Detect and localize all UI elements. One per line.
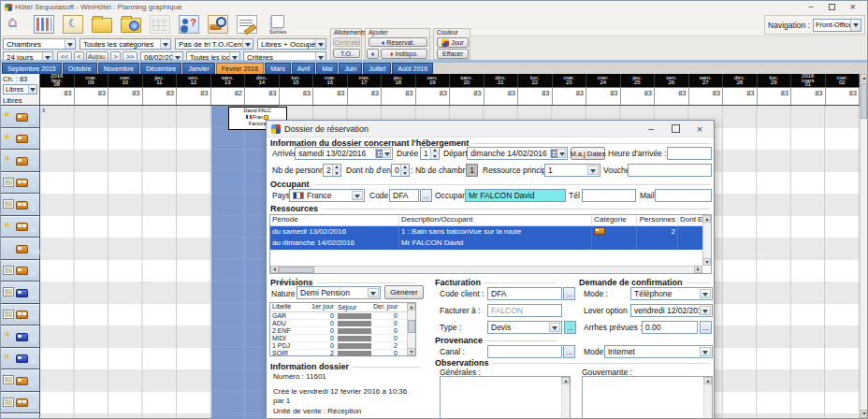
ressources-table[interactable]: Période Description/Occupant Catégorie P… [269, 214, 712, 274]
close-icon[interactable] [850, 2, 856, 13]
room-row[interactable]: 16 [1, 348, 40, 370]
scroll-up-icon[interactable] [703, 377, 712, 384]
room-row[interactable]: 17 [1, 369, 40, 392]
vertical-scrollbar[interactable] [860, 74, 867, 418]
lever-option-select[interactable]: vendredi 12/02/2016 [630, 304, 713, 317]
effacer-button[interactable]: Effacer [437, 49, 469, 59]
diamond-button[interactable]: ♦ [367, 49, 379, 59]
nb-personnes-stepper[interactable]: 2 [323, 164, 341, 177]
day-header[interactable]: mer. 10 [108, 74, 143, 87]
day-column[interactable]: sam. 13 82 [211, 74, 246, 105]
month-tab[interactable]: Février 2016 [216, 63, 264, 74]
day-column[interactable]: jeu. 11 83 [143, 74, 178, 105]
day-header[interactable]: lun. 15 [280, 74, 314, 87]
scroll-down-icon[interactable] [407, 348, 415, 355]
month-tab[interactable]: Juin [339, 63, 362, 74]
mode-confirmation-select[interactable]: Téléphone [630, 287, 713, 300]
room-row[interactable]: 2 [1, 128, 40, 151]
edit-icon[interactable] [237, 15, 257, 34]
month-tab[interactable]: Août 2016 [392, 63, 433, 74]
day-column[interactable]: mer. 17 83 [348, 74, 383, 105]
night-audit-icon[interactable] [63, 15, 83, 34]
col-personnes[interactable]: Personnes [637, 215, 678, 225]
libres-filter-select[interactable]: Libres [3, 84, 37, 94]
ressource-row-selected[interactable]: du samedi 13/02/2016au dimanche 14/02/20… [270, 226, 711, 250]
prev-fast-button[interactable]: << [57, 51, 72, 62]
day-column[interactable]: jeu. 25 83 [621, 74, 656, 105]
room-row[interactable]: 15 [1, 325, 40, 348]
scrollbar-thumb[interactable] [408, 320, 415, 333]
day-column[interactable]: mer. 10 83 [108, 74, 143, 105]
date-select[interactable]: 08/02/2016 [140, 51, 183, 63]
previsions-scrollbar[interactable] [407, 303, 415, 355]
spinner-icon[interactable] [430, 148, 439, 159]
maximize-icon[interactable] [666, 122, 685, 136]
day-header[interactable]: ven. 12 [177, 74, 211, 87]
table-horizontal-scrollbar[interactable] [270, 266, 702, 273]
day-column[interactable]: sam. 27 83 [689, 74, 724, 105]
month-tab[interactable]: Janvier [182, 63, 215, 74]
day-header[interactable]: lun. 29 [758, 74, 792, 87]
type-browse-button[interactable] [564, 321, 576, 334]
duree-stepper[interactable]: 1 [420, 147, 440, 160]
close-icon[interactable] [690, 122, 709, 136]
next-button[interactable]: > [110, 51, 121, 62]
arrhes-browse-button[interactable] [700, 321, 712, 334]
month-tab[interactable]: Avril [292, 63, 315, 74]
month-tab[interactable]: Décembre [140, 63, 181, 74]
scroll-left-icon[interactable] [270, 266, 279, 273]
arrivee-field[interactable]: samedi 13/02/2016 [295, 147, 393, 160]
month-tab[interactable]: Octobre [63, 63, 97, 74]
pays-select[interactable]: France [289, 189, 365, 202]
planning-icon[interactable] [34, 15, 54, 34]
next-fast-button[interactable]: >> [123, 51, 137, 62]
code-client-browse-button[interactable] [563, 287, 575, 300]
canal-input[interactable] [487, 345, 562, 358]
indispo-button[interactable]: ♦Indispo. [381, 49, 427, 59]
room-row[interactable]: 3 [1, 150, 40, 172]
col-categorie[interactable]: Catégorie [592, 215, 637, 225]
code-input[interactable] [389, 189, 419, 202]
month-tab[interactable]: Mai [316, 63, 338, 74]
day-header[interactable]: ven. 19 [416, 74, 451, 87]
day-header[interactable]: mar. 09 [75, 74, 109, 87]
today-button[interactable]: Aujou. [86, 51, 108, 62]
room-row[interactable]: 14 [1, 304, 40, 326]
room-row[interactable]: 19 [1, 413, 40, 418]
day-column[interactable]: 2016 févr. 08 83 [40, 74, 75, 105]
room-row[interactable]: 10 [1, 216, 40, 238]
day-column[interactable]: sam. 20 83 [450, 74, 485, 105]
room-row[interactable]: 12 [1, 282, 40, 304]
day-header[interactable]: jeu. 11 [143, 74, 178, 87]
scroll-up-icon[interactable] [561, 377, 570, 384]
day-header[interactable]: mar. 23 [553, 74, 587, 87]
day-column[interactable]: mar. 16 83 [313, 74, 348, 105]
room-row[interactable]: 1 [1, 106, 40, 128]
to-button[interactable]: T.O. [333, 49, 360, 58]
sorties-icon[interactable]: Sorties [266, 15, 290, 34]
generales-textarea[interactable] [441, 377, 561, 419]
day-column[interactable]: 2016 mars 01 83 [791, 74, 826, 105]
categories-select[interactable]: Toutes les catégories [80, 38, 171, 50]
day-header[interactable]: mer. 17 [348, 74, 383, 87]
day-header[interactable]: dim. 21 [485, 74, 519, 87]
day-header[interactable]: sam. 13 [211, 74, 246, 87]
generer-button[interactable]: Générer [384, 285, 424, 299]
etat-select[interactable]: Libres + Occupées [257, 38, 326, 50]
ressource-principale-select[interactable]: 1 [544, 164, 600, 177]
scrollbar-thumb[interactable] [279, 267, 314, 273]
day-column[interactable]: dim. 28 83 [723, 74, 758, 105]
heure-arrivee-input[interactable] [667, 147, 712, 160]
room-row[interactable]: 5 [1, 194, 40, 216]
scroll-right-icon[interactable] [694, 266, 702, 273]
prevision-row[interactable]: SOIR 2 0 [270, 350, 415, 357]
code-browse-button[interactable] [420, 189, 432, 202]
room-row[interactable]: 18 [1, 392, 40, 414]
spinner-icon[interactable] [400, 165, 409, 176]
tri-select[interactable]: Pas de tri T.O./Centrale [175, 38, 253, 50]
gouvernante-textarea[interactable] [583, 377, 703, 419]
spinner-icon[interactable] [332, 165, 340, 176]
day-header[interactable]: ven. 26 [655, 74, 689, 87]
arrhes-input[interactable] [642, 321, 698, 334]
reservation-button[interactable]: ♦Réservat. [369, 37, 427, 47]
